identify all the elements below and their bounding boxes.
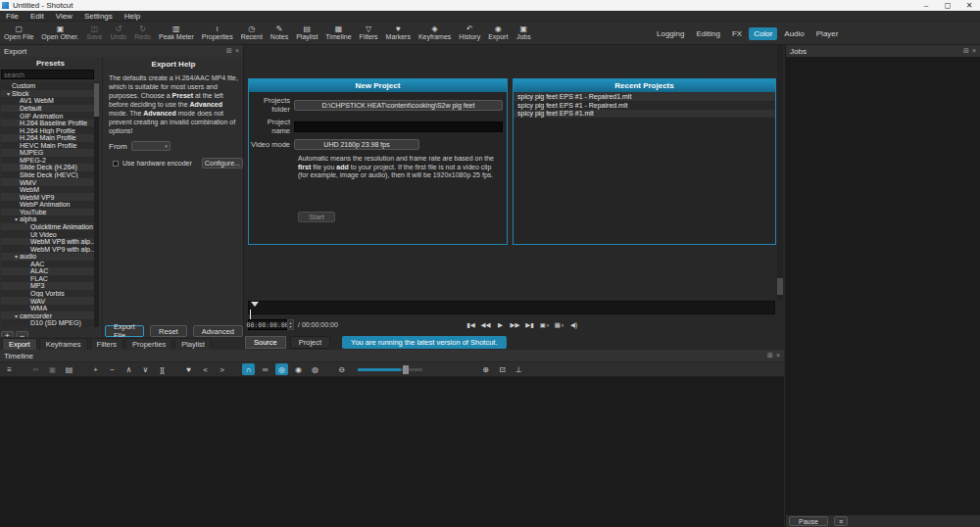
volume-button[interactable]: ◀) (568, 320, 579, 330)
marker-button[interactable]: ♥ (182, 363, 195, 375)
preset-item[interactable]: HEVC Main Profile (1, 142, 94, 150)
timeline-menu-button[interactable]: ≡ (3, 363, 16, 375)
zoom-in-button[interactable]: ⊕ (479, 363, 492, 375)
project-name-input[interactable] (294, 121, 503, 132)
overwrite-button[interactable]: ∨ (139, 363, 152, 375)
current-time-field[interactable]: 00:00:00:00 (248, 319, 287, 330)
timeline-close-icon[interactable]: × (776, 352, 780, 359)
tab-project[interactable]: Project (290, 336, 330, 349)
preset-item[interactable]: Default (1, 105, 94, 113)
export-float-icon[interactable]: ⊞ (226, 47, 232, 55)
preset-item[interactable]: D10 (SD MPEG) (1, 319, 94, 327)
preset-item[interactable]: WebM VP8 with alp... (1, 238, 94, 246)
timeline-float-icon[interactable]: ⊞ (767, 352, 773, 359)
rewind-button[interactable]: ◀◀ (480, 320, 491, 330)
reset-button[interactable]: Reset (150, 325, 187, 337)
export-button[interactable]: ◉Export (484, 22, 512, 45)
video-mode-button[interactable]: UHD 2160p 23.98 fps (294, 139, 419, 150)
player-scrollbar-thumb[interactable] (777, 278, 783, 295)
peak-meter-button[interactable]: ▥Peak Meter (155, 22, 198, 45)
grid-button[interactable]: ▦▾ (554, 320, 564, 330)
prev-marker-button[interactable]: < (199, 363, 212, 375)
advanced-button[interactable]: Advanced (193, 325, 243, 337)
preset-item[interactable]: ▾Stock (1, 90, 94, 98)
player-scrollbar[interactable] (777, 45, 783, 301)
preset-item[interactable]: MJPEG (1, 149, 94, 157)
preset-group-camcorder[interactable]: ▾camcorder (1, 311, 94, 319)
record-audio-button[interactable]: ⊥ (513, 363, 525, 375)
markers-button[interactable]: ♥Markers (382, 22, 415, 45)
jobs-button[interactable]: ▣Jobs (512, 22, 535, 45)
menu-help[interactable]: Help (119, 12, 146, 21)
preset-item[interactable]: ALAC (1, 267, 94, 275)
tab-playlist[interactable]: Playlist (174, 338, 212, 350)
preset-item[interactable]: Ut Video (1, 230, 94, 238)
recent-button[interactable]: ◷Recent (237, 22, 267, 45)
recent-project-item[interactable]: spicy pig feet EPS #1 - Repaired.mlt (514, 101, 775, 110)
preset-item[interactable]: H.264 Main Profile (1, 134, 94, 142)
preset-item[interactable]: MPEG-2 (1, 157, 94, 165)
preset-item[interactable]: AAC (1, 261, 94, 268)
tab-properties[interactable]: Properties (125, 338, 172, 350)
tab-source[interactable]: Source (245, 336, 286, 349)
menu-file[interactable]: File (0, 12, 24, 21)
layout-player[interactable]: Player (811, 27, 844, 40)
update-status-message[interactable]: You are running the latest version of Sh… (342, 336, 506, 349)
preset-item[interactable]: WAV (1, 297, 94, 305)
preset-item[interactable]: Quicktime Animation (1, 223, 94, 231)
preset-group-alpha[interactable]: ▾alpha (1, 216, 94, 223)
presets-scrollbar[interactable] (94, 82, 99, 327)
seek-bar[interactable] (248, 301, 775, 314)
jobs-close-icon[interactable]: × (972, 47, 976, 55)
close-button[interactable]: ✕ (958, 1, 980, 10)
skip-to-start-button[interactable]: ▮◀ (466, 320, 476, 330)
menu-edit[interactable]: Edit (24, 12, 50, 21)
time-spinner[interactable]: ▴▾ (287, 319, 294, 330)
snap-toggle[interactable]: ∩ (242, 363, 255, 375)
layout-logging[interactable]: Logging (652, 27, 689, 40)
preset-item[interactable]: YouTube (1, 209, 94, 216)
preset-item[interactable]: MP3 (1, 282, 94, 290)
cut-button[interactable]: ✂ (29, 363, 42, 375)
export-file-button[interactable]: Export File (105, 325, 144, 337)
zoom-out-button[interactable]: ⊖ (335, 363, 348, 375)
in-out-range-button[interactable]: ▣▾ (539, 320, 550, 330)
preset-item[interactable]: WebM VP9 (1, 193, 94, 201)
keyframes-button[interactable]: ◈Keyframes (415, 22, 455, 45)
playhead-icon[interactable] (251, 302, 259, 307)
configure-button[interactable]: Configure... (202, 158, 243, 168)
scrub-while-dragging-toggle[interactable]: ∞ (259, 363, 271, 375)
fast-forward-button[interactable]: ▶▶ (510, 320, 520, 330)
copy-button[interactable]: ▣ (46, 363, 59, 375)
menu-settings[interactable]: Settings (78, 12, 119, 21)
from-dropdown[interactable]: ▾ (131, 141, 171, 151)
redo-button[interactable]: ↻Redo (130, 22, 155, 45)
hardware-encoder-checkbox[interactable] (113, 161, 119, 167)
preset-item[interactable]: GIF Animation (1, 112, 94, 120)
next-marker-button[interactable]: > (216, 363, 228, 375)
ripple-toggle[interactable]: ◎ (275, 363, 288, 375)
timeline-button[interactable]: ▦Timeline (321, 22, 355, 45)
layout-editing[interactable]: Editing (691, 27, 724, 40)
ripple-all-tracks-toggle[interactable]: ◉ (292, 363, 305, 375)
preset-item[interactable]: Custom (1, 82, 94, 90)
timeline-zoom-slider[interactable] (358, 368, 422, 371)
projects-folder-button[interactable]: D:\CHPSTICK HEAT\content\cooking\S2w pig… (294, 100, 503, 111)
split-button[interactable]: ][ (156, 363, 169, 375)
jobs-float-icon[interactable]: ⊞ (963, 47, 969, 55)
export-close-icon[interactable]: × (235, 47, 239, 55)
tab-keyframes[interactable]: Keyframes (39, 338, 88, 350)
history-button[interactable]: ↶History (455, 22, 484, 45)
preset-item[interactable]: AV1 WebM (1, 97, 94, 105)
start-button[interactable]: Start (298, 212, 335, 222)
preset-item[interactable]: WMV (1, 178, 94, 186)
open-file-button[interactable]: ▢Open File (0, 22, 37, 45)
preset-item[interactable]: H.264 Baseline Profile (1, 120, 94, 127)
zoom-slider-knob[interactable] (403, 365, 409, 374)
tab-filters[interactable]: Filters (90, 338, 123, 350)
menu-view[interactable]: View (50, 12, 78, 21)
open-other-button[interactable]: ▣Open Other. (37, 22, 82, 45)
preset-item[interactable]: WebM (1, 186, 94, 194)
preset-item[interactable]: Slide Deck (HEVC) (1, 171, 94, 179)
presets-scrollbar-thumb[interactable] (94, 83, 99, 117)
